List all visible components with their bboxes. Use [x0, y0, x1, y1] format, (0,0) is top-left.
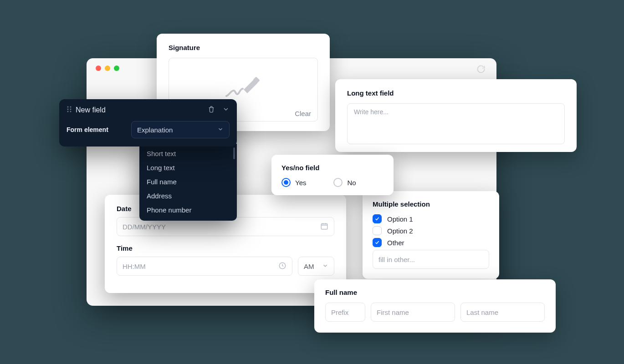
dropdown-option[interactable]: Short text [139, 147, 237, 161]
radio-no[interactable]: No [333, 178, 356, 187]
prefix-input[interactable]: Prefix [325, 303, 365, 322]
checkbox-label: Option 1 [387, 215, 413, 223]
signature-clear-button[interactable]: Clear [295, 110, 311, 117]
checkbox-option-other[interactable]: Other [373, 238, 489, 247]
form-element-label: Form element [66, 126, 125, 133]
radio-icon [333, 178, 343, 187]
full-name-card: Full name Prefix First name Last name [314, 279, 556, 333]
svg-point-6 [70, 111, 72, 112]
svg-point-1 [67, 106, 69, 108]
form-element-selected: Explanation [137, 126, 173, 134]
checkbox-label: Option 2 [387, 227, 413, 235]
first-name-placeholder: First name [377, 308, 409, 316]
sync-icon [476, 65, 486, 76]
chevron-down-icon [322, 263, 328, 270]
drag-handle-icon[interactable] [66, 106, 72, 115]
window-minimize-dot[interactable] [105, 66, 110, 71]
multi-title: Multiple selection [373, 200, 489, 208]
ampm-select[interactable]: AM [298, 257, 334, 276]
svg-point-2 [70, 106, 72, 108]
form-element-dropdown: Short text Long text Full name Address P… [139, 144, 237, 221]
chevron-down-icon [217, 126, 224, 134]
time-label: Time [117, 244, 334, 252]
time-input[interactable]: HH:MM [117, 257, 292, 276]
svg-point-4 [70, 109, 72, 110]
dropdown-option[interactable]: Long text [139, 161, 237, 175]
ampm-value: AM [304, 263, 314, 270]
long-text-title: Long text field [347, 89, 565, 97]
radio-label: No [347, 179, 356, 187]
window-traffic-lights [96, 66, 119, 71]
other-input[interactable]: fill in other... [373, 250, 489, 269]
svg-point-5 [67, 111, 69, 112]
long-text-input[interactable]: Write here... [347, 103, 565, 144]
dropdown-option[interactable]: Full name [139, 175, 237, 189]
svg-point-3 [67, 109, 69, 110]
long-text-card: Long text field Write here... [335, 79, 577, 152]
dropdown-option[interactable]: Address [139, 189, 237, 203]
time-placeholder: HH:MM [123, 263, 146, 270]
prefix-placeholder: Prefix [331, 308, 348, 316]
multi-select-card: Multiple selection Option 1 Option 2 Oth… [363, 191, 499, 279]
window-close-dot[interactable] [96, 66, 101, 71]
last-name-placeholder: Last name [466, 308, 498, 316]
checkbox-icon [373, 226, 382, 235]
long-text-placeholder: Write here... [354, 108, 389, 116]
checkbox-label: Other [387, 239, 404, 247]
chevron-down-icon[interactable] [222, 106, 230, 115]
last-name-input[interactable]: Last name [460, 303, 545, 322]
yesno-card: Yes/no field Yes No [271, 155, 394, 195]
dropdown-option[interactable]: Phone number [139, 203, 237, 217]
other-placeholder: fill in other... [378, 256, 415, 263]
radio-yes[interactable]: Yes [281, 178, 306, 187]
svg-rect-7 [321, 223, 327, 229]
new-field-panel: New field Form element Explanation [59, 99, 237, 147]
form-element-select[interactable]: Explanation [131, 121, 230, 138]
first-name-input[interactable]: First name [371, 303, 455, 322]
checkbox-option-2[interactable]: Option 2 [373, 226, 489, 235]
full-name-title: Full name [325, 288, 545, 296]
clock-icon [278, 262, 286, 271]
checkbox-option-1[interactable]: Option 1 [373, 214, 489, 223]
new-field-title: New field [76, 106, 106, 114]
date-placeholder: DD/MM/YYYY [123, 223, 166, 231]
checkbox-icon [373, 238, 382, 247]
window-maximize-dot[interactable] [114, 66, 119, 71]
trash-icon[interactable] [208, 106, 215, 115]
yesno-title: Yes/no field [281, 164, 384, 172]
radio-label: Yes [295, 179, 306, 187]
signature-title: Signature [169, 44, 318, 51]
checkbox-icon [373, 214, 382, 223]
calendar-icon [320, 222, 328, 232]
radio-icon [281, 178, 291, 187]
